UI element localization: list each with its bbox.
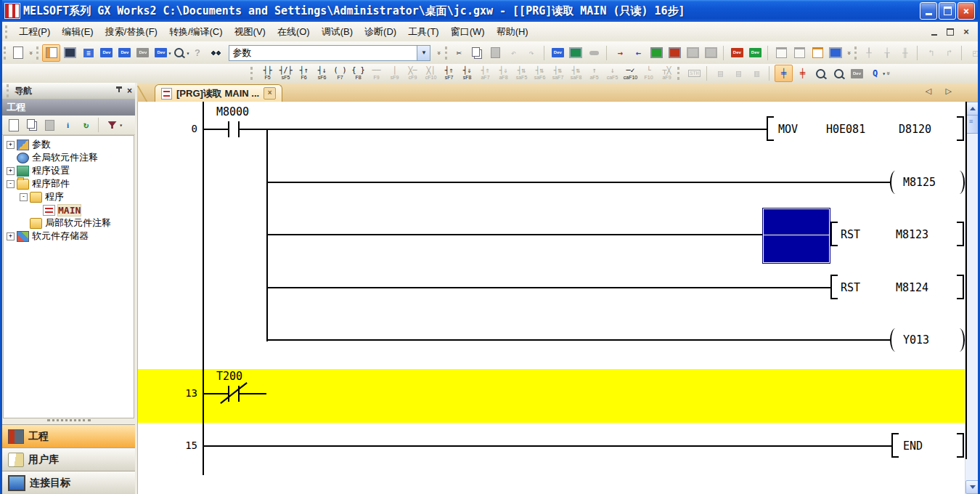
menu-view[interactable]: 视图(V): [229, 23, 271, 41]
delete-vline-icon[interactable]: ╳│cF10: [422, 66, 440, 81]
window-cascade-icon[interactable]: [773, 45, 790, 61]
module-configuration-icon[interactable]: [62, 45, 78, 61]
window-arrange-icon[interactable]: [809, 45, 826, 61]
pulse-ne-close-branch-icon[interactable]: ┤⇅saF8: [567, 66, 585, 81]
find-combobox-input[interactable]: 参数: [229, 45, 417, 61]
tree-expand-icon[interactable]: +: [7, 232, 15, 240]
jump-target-icon[interactable]: ↱: [941, 45, 957, 61]
mdi-restore-button[interactable]: [944, 27, 956, 37]
convert-result-icon[interactable]: ↓caF5: [603, 66, 621, 81]
pulse-ne-contact-icon[interactable]: ┤⇅saF5: [513, 66, 531, 81]
tree-item[interactable]: 全局软元件注释: [4, 151, 134, 164]
nav-button-project[interactable]: 工程: [2, 424, 135, 448]
cut-icon[interactable]: ✂: [451, 45, 467, 61]
filter-icon[interactable]: [104, 117, 121, 133]
menu-tools[interactable]: 工具(T): [402, 23, 445, 41]
cross-reference-icon[interactable]: [568, 45, 584, 61]
tree-item[interactable]: 局部软元件注释: [4, 216, 134, 230]
pulse-ne-branch-icon[interactable]: ┤⇅saF7: [549, 66, 567, 81]
line-draw-icon[interactable]: └F10: [640, 66, 658, 81]
pulse-close-contact-icon[interactable]: ┤⇓sF8: [458, 66, 476, 81]
pulse-close-branch-icon[interactable]: ┤⇓aF8: [494, 66, 513, 81]
restore-button[interactable]: [939, 2, 956, 20]
application-instruction-icon[interactable]: { }F8: [349, 66, 367, 81]
statement-edit-icon[interactable]: ▤: [712, 65, 729, 81]
nav-button-connection[interactable]: 连接目标: [2, 471, 135, 494]
tree-expand-icon[interactable]: +: [7, 167, 15, 175]
open-branch-icon[interactable]: ┤↑F6: [295, 66, 313, 81]
menu-diagnostics[interactable]: 诊断(D): [359, 23, 402, 41]
ladder-cursor[interactable]: [763, 208, 830, 263]
project-tree-icon[interactable]: [42, 44, 60, 62]
menu-window[interactable]: 窗口(W): [445, 23, 491, 41]
note-edit-icon[interactable]: ▤: [730, 65, 747, 81]
tab-prg-main[interactable]: [PRG]读取 MAIN ... ×: [155, 84, 282, 102]
refresh-icon[interactable]: ↻: [78, 117, 94, 133]
coil-icon[interactable]: ( )F7: [331, 66, 349, 81]
comment-edit-icon[interactable]: ▥: [748, 65, 765, 81]
pulse-open-contact-icon[interactable]: ┤⇑sF7: [440, 66, 458, 81]
program-list-icon[interactable]: ≡: [80, 45, 97, 61]
find-device-icon[interactable]: [171, 45, 187, 61]
write-to-plc-icon[interactable]: →: [612, 45, 629, 61]
monitor-resume-icon[interactable]: [703, 45, 719, 61]
tab-close-icon[interactable]: ×: [264, 87, 276, 100]
device-list-icon[interactable]: Dev: [116, 45, 133, 61]
window-tile-icon[interactable]: [791, 45, 808, 61]
pulse-ne-close-icon[interactable]: ┤⇅saF6: [531, 66, 549, 81]
copy-item-icon[interactable]: [23, 117, 40, 133]
close-button[interactable]: ×: [957, 2, 975, 20]
property-icon[interactable]: i: [60, 117, 76, 133]
copy-icon[interactable]: [469, 45, 486, 61]
paste-item-icon[interactable]: [41, 117, 58, 133]
close-branch-icon[interactable]: ┤↓sF6: [313, 66, 331, 81]
delete-hline-icon[interactable]: ╳─cF9: [404, 66, 422, 81]
undo-icon[interactable]: ↶: [505, 45, 522, 61]
close-panel-icon[interactable]: ×: [127, 86, 132, 96]
ladder-block-up-icon[interactable]: ╀: [860, 45, 877, 61]
monitor-start-icon[interactable]: [648, 45, 665, 61]
toolbar-overflow-icon[interactable]: »: [28, 51, 35, 54]
ladder-edit-mode-icon[interactable]: ╪: [794, 65, 811, 81]
device-batch-monitor-icon[interactable]: Dev: [747, 45, 764, 61]
menu-edit[interactable]: 编辑(E): [56, 23, 99, 41]
scroll-down-icon[interactable]: [965, 480, 979, 494]
help-icon[interactable]: ?: [189, 45, 205, 61]
scrollbar-thumb[interactable]: [965, 115, 979, 134]
pulse-result-icon[interactable]: ─✓caF10: [621, 66, 640, 81]
new-document-icon[interactable]: [9, 45, 26, 61]
menu-online[interactable]: 在线(O): [271, 23, 316, 41]
menu-debug[interactable]: 调试(B): [316, 23, 359, 41]
monitor-mode-icon[interactable]: Dev: [849, 65, 865, 81]
open-contact-icon[interactable]: ┤├F5: [258, 66, 277, 81]
device-find-icon[interactable]: Dev: [550, 45, 566, 61]
toolbar-overflow-icon[interactable]: »: [846, 51, 853, 54]
tree-item[interactable]: + 软元件存储器: [4, 230, 134, 243]
tree-expand-icon[interactable]: -: [20, 193, 28, 201]
nav-button-user-library[interactable]: 用户库: [2, 448, 135, 471]
invert-result-icon[interactable]: ↑aF5: [585, 66, 603, 81]
ladder-block-down-icon[interactable]: ╁: [878, 45, 895, 61]
device-display-icon[interactable]: Dev: [152, 45, 169, 61]
find-icon[interactable]: [207, 45, 224, 61]
tree-expand-icon[interactable]: -: [7, 180, 15, 188]
horizontal-line-icon[interactable]: ──F9: [367, 66, 385, 81]
new-item-icon[interactable]: [5, 117, 22, 133]
device-comment-icon[interactable]: Dev: [98, 45, 115, 61]
inline-st-icon[interactable]: STH: [686, 65, 703, 81]
write-mode-icon[interactable]: [830, 65, 847, 81]
pin-icon[interactable]: [114, 86, 124, 96]
vertical-line-icon[interactable]: │sF9: [385, 66, 404, 81]
toolbar-overflow-icon[interactable]: »: [436, 51, 443, 54]
tree-item[interactable]: + 参数: [4, 138, 134, 151]
combobox-dropdown-icon[interactable]: ▼: [417, 45, 430, 61]
zoom-icon[interactable]: Q: [867, 65, 883, 81]
tree-expand-icon[interactable]: +: [7, 141, 15, 149]
tab-scroll-arrows[interactable]: ◁ ▷: [926, 86, 957, 96]
jump-source-icon[interactable]: ↰: [923, 45, 939, 61]
monitor-pause-icon[interactable]: [685, 45, 701, 61]
panel-splitter-grip[interactable]: [2, 418, 135, 424]
tree-item[interactable]: MAIN: [4, 203, 134, 216]
device-batch-icon[interactable]: Dev: [134, 45, 151, 61]
pulse-convert-icon[interactable]: ╫: [897, 45, 913, 61]
